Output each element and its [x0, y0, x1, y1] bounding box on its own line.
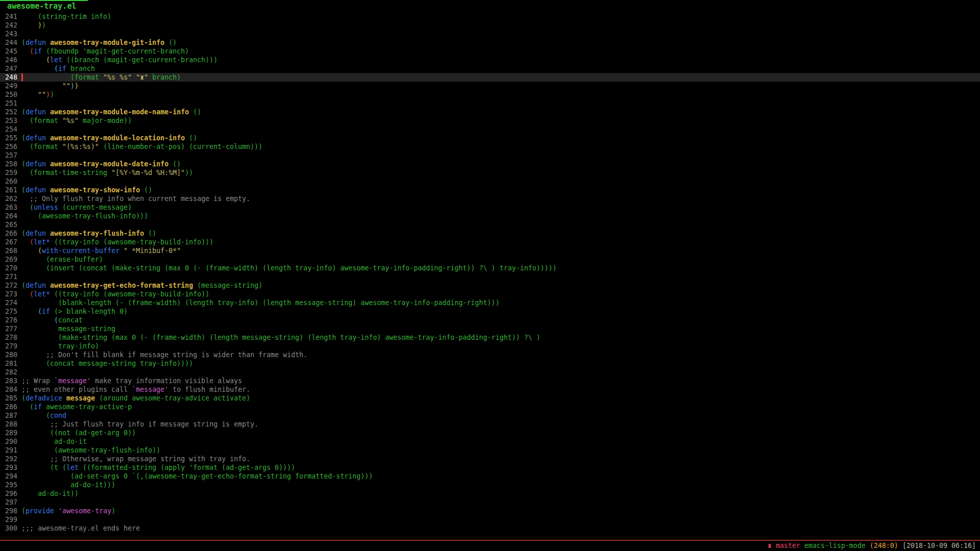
code-line[interactable]: 263 (unless (current-message) — [0, 203, 980, 212]
line-content: (string-trim info) — [17, 12, 980, 21]
code-line[interactable]: 252(defun awesome-tray-module-mode-name-… — [0, 108, 980, 116]
code-line[interactable]: 244(defun awesome-tray-module-git-info (… — [0, 38, 980, 47]
line-content: )) — [17, 21, 980, 30]
code-line[interactable]: 249 "")) — [0, 82, 980, 90]
line-number: 281 — [0, 359, 17, 368]
line-number: 300 — [0, 524, 17, 533]
code-line[interactable]: 293 (t (let ((formatted-string (apply 'f… — [0, 463, 980, 472]
code-token: message — [136, 386, 164, 393]
line-content: (defun awesome-tray-show-info () — [17, 186, 980, 194]
code-line[interactable]: 300;;; awesome-tray.el ends here — [0, 524, 980, 533]
code-token: ) — [75, 82, 79, 90]
code-token: let — [66, 464, 79, 471]
code-line[interactable]: 284;; even other plugins call `message' … — [0, 385, 980, 394]
code-line[interactable]: 268 (with-current-buffer " *Minibuf-0*" — [0, 246, 980, 255]
code-line[interactable]: 295 ad-do-it))) — [0, 481, 980, 489]
code-line[interactable]: 277 message-string — [0, 324, 980, 333]
code-line[interactable]: 271 — [0, 272, 980, 281]
code-editor-area[interactable]: 241 (string-trim info)242 ))243244(defun… — [0, 12, 980, 533]
line-content: (if awesome-tray-active-p — [17, 403, 980, 411]
line-number: 292 — [0, 455, 17, 463]
code-line[interactable]: 258(defun awesome-tray-module-date-info … — [0, 160, 980, 168]
line-number: 291 — [0, 446, 17, 455]
code-line[interactable]: 254 — [0, 125, 980, 134]
code-line[interactable]: 243 — [0, 30, 980, 38]
code-line[interactable]: 296 ad-do-it)) — [0, 489, 980, 498]
code-line[interactable]: 247 (if branch — [0, 64, 980, 73]
code-line[interactable]: 285(defadvice message (around awesome-tr… — [0, 394, 980, 403]
code-line[interactable]: 265 — [0, 220, 980, 229]
code-line[interactable]: 261(defun awesome-tray-show-info () — [0, 186, 980, 194]
code-line[interactable]: 266(defun awesome-tray-flush-info () — [0, 229, 980, 238]
line-number: 267 — [0, 238, 17, 246]
code-line[interactable]: 242 )) — [0, 21, 980, 30]
line-number: 249 — [0, 82, 17, 90]
code-line[interactable]: 272(defun awesome-tray-get-echo-format-s… — [0, 281, 980, 290]
code-line[interactable]: 289 ((not (ad-get-arg 0)) — [0, 429, 980, 437]
code-line[interactable]: 245 (if (fboundp 'magit-get-current-bran… — [0, 47, 980, 56]
line-number: 287 — [0, 411, 17, 420]
code-token: ( — [21, 230, 26, 237]
code-line[interactable]: 269 (erase-buffer) — [0, 255, 980, 264]
code-token: message — [58, 377, 87, 385]
code-line[interactable]: 283;; Wrap `message' make tray informati… — [0, 377, 980, 385]
code-token: ) — [111, 507, 115, 515]
code-line[interactable]: 298(provide 'awesome-tray) — [0, 507, 980, 515]
code-token: () — [144, 230, 156, 237]
line-number: 290 — [0, 437, 17, 446]
code-line[interactable]: 278 (make-string (max 0 (- (frame-width)… — [0, 333, 980, 342]
code-token: (awesome-tray-flush-info)) — [21, 446, 160, 454]
code-line[interactable]: 270 (insert (concat (make-string (max 0 … — [0, 264, 980, 272]
code-line[interactable]: 294 (ad-set-args 0 `(,(awesome-tray-get-… — [0, 472, 980, 481]
code-line-current[interactable]: 248 (format "%s %s" "♜" branch) — [0, 73, 980, 82]
code-line[interactable]: 257 — [0, 151, 980, 160]
code-token: defun — [26, 230, 46, 237]
line-content: (t (let ((formatted-string (apply 'forma… — [17, 463, 980, 472]
code-token: ( — [21, 160, 26, 168]
code-line[interactable]: 292 ;; Otherwise, wrap message string wi… — [0, 455, 980, 463]
code-line[interactable]: 288 ;; Just flush tray info if message s… — [0, 420, 980, 429]
line-number: 297 — [0, 498, 17, 507]
code-line[interactable]: 274 (blank-length (- (frame-width) (leng… — [0, 298, 980, 307]
modeline-separator — [0, 540, 980, 541]
code-line[interactable]: 273 (let* ((tray-info (awesome-tray-buil… — [0, 290, 980, 298]
code-line[interactable]: 250 "")) — [0, 90, 980, 99]
code-line[interactable]: 279 tray-info) — [0, 342, 980, 350]
code-token: awesome-tray-active-p — [42, 403, 132, 411]
code-token — [54, 507, 58, 515]
code-line[interactable]: 287 (cond — [0, 411, 980, 420]
line-number: 241 — [0, 12, 17, 21]
code-line[interactable]: 281 (concat message-string tray-info)))) — [0, 359, 980, 368]
code-line[interactable]: 262 ;; Only flush tray info when current… — [0, 194, 980, 203]
code-line[interactable]: 241 (string-trim info) — [0, 12, 980, 21]
code-line[interactable]: 297 — [0, 498, 980, 507]
code-line[interactable]: 251 — [0, 99, 980, 108]
code-line[interactable]: 255(defun awesome-tray-module-location-i… — [0, 134, 980, 142]
code-line[interactable]: 260 — [0, 177, 980, 186]
date-time-indicator: [2018-10-09 06:16] — [902, 542, 976, 549]
code-token: ) — [42, 21, 46, 29]
code-line[interactable]: 267 (let* ((tray-info (awesome-tray-buil… — [0, 238, 980, 246]
code-line[interactable]: 276 (concat — [0, 316, 980, 324]
code-line[interactable]: 246 (let ((branch (magit-get-current-bra… — [0, 56, 980, 64]
line-number: 254 — [0, 125, 17, 134]
code-line[interactable]: 286 (if awesome-tray-active-p — [0, 403, 980, 411]
code-line[interactable]: 291 (awesome-tray-flush-info)) — [0, 446, 980, 455]
code-token: ;; even other plugins call ` — [21, 386, 136, 393]
line-number: 284 — [0, 385, 17, 394]
code-line[interactable]: 259 (format-time-string "[%Y-%m-%d %H:%M… — [0, 168, 980, 177]
code-line[interactable]: 280 ;; Don't fill blank if message strin… — [0, 350, 980, 359]
code-token: ( — [30, 290, 34, 298]
line-number: 255 — [0, 134, 17, 142]
code-line[interactable]: 256 (format "(%s:%s)" (line-number-at-po… — [0, 142, 980, 151]
code-token — [21, 316, 54, 324]
line-number: 264 — [0, 212, 17, 220]
code-line[interactable]: 299 — [0, 515, 980, 524]
code-line[interactable]: 264 (awesome-tray-flush-info))) — [0, 212, 980, 220]
text-cursor — [21, 73, 23, 81]
code-line[interactable]: 253 (format "%s" major-mode)) — [0, 116, 980, 125]
code-line[interactable]: 290 ad-do-it — [0, 437, 980, 446]
code-line[interactable]: 282 — [0, 368, 980, 377]
code-token — [46, 186, 50, 194]
code-line[interactable]: 275 (if (> blank-length 0) — [0, 307, 980, 316]
